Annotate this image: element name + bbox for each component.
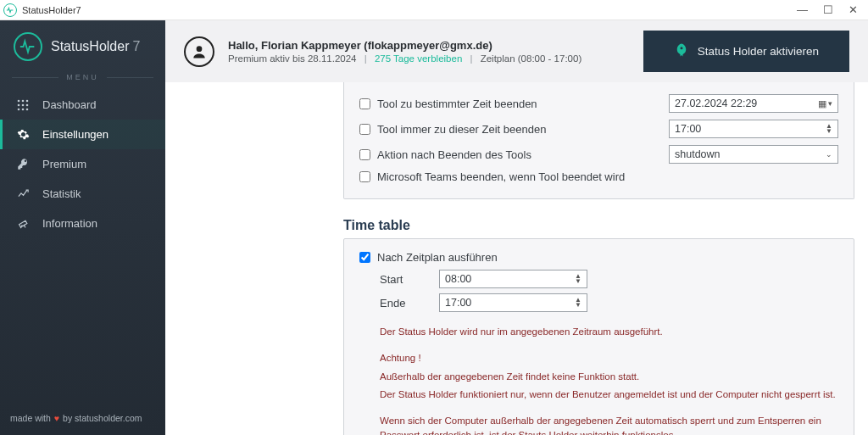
sidebar-item-premium[interactable]: Premium (0, 149, 165, 179)
sidebar-item-information[interactable]: Information (0, 209, 165, 238)
grid-icon (15, 99, 31, 111)
sidebar-item-label: Premium (42, 158, 86, 170)
spinner-icon[interactable]: ▲▼ (575, 298, 581, 308)
row-start: Start 08:00 ▲▼ (359, 267, 838, 291)
maximize-button[interactable]: ☐ (823, 3, 833, 16)
option-label: Nach Zeitplan ausführen (377, 251, 498, 264)
window-controls: — ☐ ✕ (797, 3, 865, 16)
note-warn2: Der Status Holder funktioniert nur, wenn… (359, 386, 838, 404)
start-value: 08:00 (445, 273, 471, 285)
start-label: Start (380, 273, 439, 286)
timetable-title: Time table (343, 218, 860, 233)
minimize-button[interactable]: — (797, 3, 808, 16)
spinner-icon[interactable]: ▲▼ (826, 124, 832, 134)
sidebar-footer: made with ♥ by statusholder.com (0, 406, 165, 430)
checkbox-run-schedule[interactable] (359, 252, 370, 263)
end-options-panel: Tool zu bestimmter Zeit beenden 27.02.20… (343, 82, 854, 199)
menu-label: MENU (0, 73, 165, 81)
svg-point-4 (22, 103, 25, 106)
option-label: Tool zu bestimmter Zeit beenden (377, 98, 537, 110)
sidebar-item-label: Einstellungen (42, 128, 108, 141)
sidebar-nav: Dashboard Einstellungen Premium Statisti… (0, 90, 165, 238)
time-value: 17:00 (675, 123, 701, 135)
datetime-value: 27.02.2024 22:29 (675, 98, 757, 109)
svg-point-3 (18, 103, 20, 106)
end-input[interactable]: 17:00 ▲▼ (439, 293, 587, 312)
brand-name: StatusHolder (51, 39, 130, 54)
window-title: StatusHolder7 (22, 5, 81, 15)
chevron-down-icon[interactable]: ⌄ (826, 150, 832, 159)
time-input[interactable]: 17:00 ▲▼ (669, 120, 838, 138)
footer-by: by statusholder.com (63, 413, 142, 423)
activate-button[interactable]: Status Holder aktivieren (643, 31, 849, 72)
spinner-icon[interactable]: ▲▼ (575, 274, 581, 284)
telescope-icon (15, 217, 31, 230)
app-icon (3, 3, 17, 17)
main: Hallo, Florian Kappmeyer (flokappmeyer@g… (165, 20, 868, 435)
option-label: Aktion nach Beenden des Tools (377, 148, 531, 161)
brand: StatusHolder 7 (0, 32, 165, 70)
footer-made: made with (10, 413, 51, 423)
greeting: Hallo, Florian Kappmeyer (flokappmeyer@g… (228, 39, 581, 52)
note-range: Der Status Holder wird nur im angegebene… (359, 323, 838, 341)
note-warn3: Wenn sich der Computer außerhalb der ang… (359, 412, 838, 435)
option-end-always: Tool immer zu dieser Zeit beenden 17:00 … (359, 116, 838, 142)
svg-point-9 (197, 46, 203, 52)
datetime-input[interactable]: 27.02.2024 22:29 ▦▾ (669, 94, 838, 113)
logo-icon (14, 32, 42, 61)
calendar-icon[interactable]: ▦ (818, 98, 826, 109)
separator: | (470, 53, 472, 64)
svg-point-5 (26, 103, 29, 106)
svg-point-2 (26, 99, 29, 102)
note-warn-head: Achtung ! (359, 349, 838, 367)
svg-point-8 (26, 108, 29, 110)
rocket-icon (674, 42, 689, 60)
avatar (184, 36, 214, 67)
brand-version: 7 (133, 39, 141, 54)
option-label: Microsoft Teams beenden, wenn Tool beend… (377, 170, 625, 183)
sidebar-item-settings[interactable]: Einstellungen (0, 120, 165, 149)
option-run-schedule: Nach Zeitplan ausführen (359, 248, 838, 267)
svg-point-6 (18, 108, 20, 110)
sidebar: StatusHolder 7 MENU Dashboard Einstellun… (0, 20, 165, 435)
checkbox-end-at-time[interactable] (359, 98, 370, 109)
heart-icon: ♥ (54, 413, 59, 423)
option-end-at-time: Tool zu bestimmter Zeit beenden 27.02.20… (359, 91, 838, 116)
sidebar-item-statistics[interactable]: Statistik (0, 179, 165, 209)
sub-line: Premium aktiv bis 28.11.2024 | 275 Tage … (228, 53, 581, 64)
content: Tool zu bestimmter Zeit beenden 27.02.20… (165, 82, 868, 435)
separator: | (364, 53, 367, 64)
end-label: Ende (380, 297, 439, 310)
svg-point-7 (22, 108, 25, 110)
action-select[interactable]: shutdown ⌄ (669, 145, 838, 164)
option-end-teams: Microsoft Teams beenden, wenn Tool beend… (359, 167, 838, 187)
action-value: shutdown (675, 148, 721, 160)
topbar: Hallo, Florian Kappmeyer (flokappmeyer@g… (165, 20, 868, 82)
sidebar-item-label: Information (42, 217, 97, 230)
sidebar-item-dashboard[interactable]: Dashboard (0, 90, 165, 120)
option-after-action: Aktion nach Beenden des Tools shutdown ⌄ (359, 142, 838, 167)
chevron-down-icon[interactable]: ▾ (828, 99, 832, 108)
note-warn1: Außerhalb der angegebenen Zeit findet ke… (359, 368, 838, 386)
close-button[interactable]: ✕ (849, 3, 858, 16)
start-input[interactable]: 08:00 ▲▼ (439, 270, 587, 288)
key-icon (15, 158, 31, 170)
end-value: 17:00 (445, 297, 471, 309)
svg-point-0 (18, 99, 20, 102)
days-remaining: 275 Tage verbleiben (375, 53, 462, 64)
gear-icon (15, 128, 31, 141)
activate-label: Status Holder aktivieren (698, 45, 819, 58)
user-block: Hallo, Florian Kappmeyer (flokappmeyer@g… (228, 39, 581, 64)
sidebar-item-label: Dashboard (42, 98, 97, 111)
option-label: Tool immer zu dieser Zeit beenden (377, 123, 546, 136)
premium-until: Premium aktiv bis 28.11.2024 (228, 53, 357, 64)
row-end: Ende 17:00 ▲▼ (359, 291, 838, 315)
checkbox-after-action[interactable] (359, 149, 370, 160)
checkbox-end-teams[interactable] (359, 171, 370, 182)
sidebar-item-label: Statistik (42, 187, 81, 200)
timetable-panel: Nach Zeitplan ausführen Start 08:00 ▲▼ E… (343, 238, 854, 435)
checkbox-end-always[interactable] (359, 124, 370, 135)
titlebar: StatusHolder7 — ☐ ✕ (0, 0, 868, 20)
svg-point-1 (22, 99, 25, 102)
chart-icon (15, 187, 31, 200)
